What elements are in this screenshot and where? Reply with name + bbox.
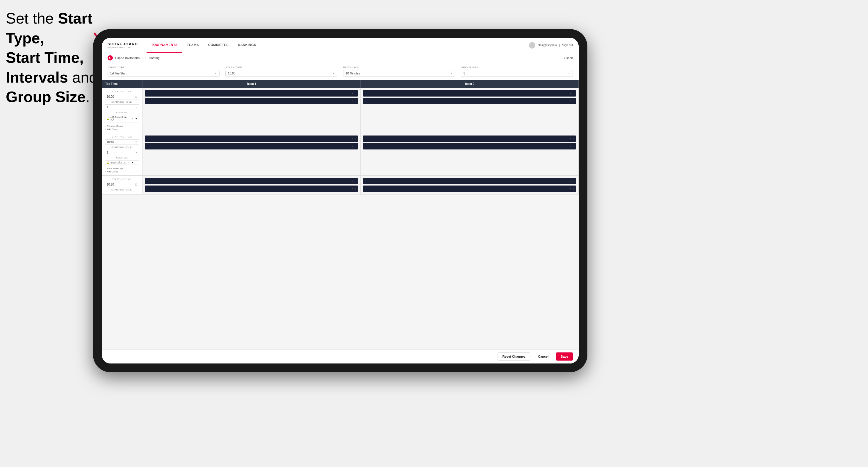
close-icon[interactable]: ✕ [351, 180, 353, 183]
edit-icon[interactable]: ○ [355, 137, 356, 140]
nav-tab-tournaments[interactable]: TOURNAMENTS [147, 38, 182, 53]
start-type-value: 1st Tee Start [110, 72, 126, 75]
group-1-hole-input[interactable]: 1 ▼ [105, 104, 139, 110]
breadcrumb-bar: C Clippd Invitational... › Hosting ‹ Bac… [102, 53, 579, 63]
intervals-value: 10 Minutes [346, 72, 360, 75]
group-2-course-tag: ⛳ East Lake GC ✕ ▼ [105, 160, 139, 165]
tournament-icon: C [107, 55, 113, 61]
intervals-select[interactable]: 10 Minutes ▼ [343, 70, 455, 77]
group-3-left: STARTING TIME: 10:20 🕙 STARTING HOLE: [102, 176, 143, 194]
back-button[interactable]: ‹ Back [564, 56, 573, 60]
close-icon[interactable]: ✕ [351, 100, 353, 102]
cancel-button[interactable]: Cancel [533, 352, 553, 361]
group-3-time-input[interactable]: 10:20 🕙 [105, 182, 139, 187]
remove-group-button[interactable]: ○ Remove Group [105, 125, 139, 127]
player-row: ✕ ○ [363, 178, 576, 184]
edit-icon[interactable]: ○ [355, 92, 356, 95]
breadcrumb-separator: › [145, 56, 147, 60]
user-email: blair@clippd.io [538, 43, 557, 47]
edit-icon[interactable]: ○ [573, 137, 574, 140]
close-icon[interactable]: ✕ [570, 137, 572, 140]
edit-icon[interactable]: ○ [355, 145, 356, 148]
group-1-team1: ✕ ○ ✕ ○ [143, 88, 361, 133]
header-team2: Team 2 [361, 80, 579, 88]
player-row: ✕ ○ [145, 186, 358, 192]
chevron-down-icon: ▼ [131, 161, 134, 164]
chevron-down-icon: ▼ [450, 72, 453, 75]
close-icon[interactable]: ✕ [570, 92, 572, 95]
nav-tab-rankings[interactable]: RANKINGS [233, 38, 261, 53]
start-time-value: 10:00 [228, 72, 235, 75]
start-type-label: Start Type [107, 66, 220, 69]
edit-icon[interactable]: ○ [573, 145, 574, 148]
circle-icon: ○ [105, 125, 106, 127]
group-2-team1: ✕ ○ ✕ ○ [143, 133, 361, 175]
footer: Reset Changes Cancel Save [102, 349, 579, 364]
nav-right: blair@clippd.io | Sign out [529, 42, 573, 49]
group-3-team2: ✕ ○ ✕ ○ [361, 176, 579, 194]
header-team1: Team 1 [143, 80, 361, 88]
intervals-field: Intervals 10 Minutes ▼ [343, 66, 455, 77]
save-button[interactable]: Save [556, 352, 573, 361]
group-2-actions: ○ Remove Group + Add Group [105, 167, 139, 173]
edit-icon[interactable]: ○ [573, 180, 574, 183]
intervals-label: Intervals [343, 66, 455, 69]
tablet-screen: SCOREBOARD Powered by clipp... TOURNAMEN… [102, 38, 579, 364]
group-2-left: STARTING TIME: 10:10 🕙 STARTING HOLE: 1 … [102, 133, 143, 175]
edit-icon[interactable]: ○ [573, 188, 574, 190]
start-type-field: Start Type 1st Tee Start ▼ [107, 66, 220, 77]
close-icon[interactable]: ✕ [351, 137, 353, 140]
group-1-course-tag: ⛳ (A) Peachtree GC ✕ ▼ [105, 115, 139, 122]
chevron-down-icon: ▼ [135, 117, 137, 120]
nav-tab-committee[interactable]: COMMITTEE [204, 38, 234, 53]
group-size-value: 3 [464, 72, 465, 75]
group-2-course-label: COURSE: [105, 156, 139, 159]
reset-changes-button[interactable]: Reset Changes [498, 352, 530, 361]
group-size-field: Group Size 3 ▼ [461, 66, 573, 77]
close-icon[interactable]: ✕ [570, 145, 572, 148]
breadcrumb-tournament[interactable]: Clippd Invitational... [115, 56, 143, 60]
remove-group-button[interactable]: ○ Remove Group [105, 167, 139, 170]
player-row: ✕ ○ [363, 186, 576, 192]
nav-bar: SCOREBOARD Powered by clipp... TOURNAMEN… [102, 38, 579, 53]
plus-icon: + [105, 170, 106, 173]
player-row: ✕ ○ [363, 135, 576, 142]
close-icon[interactable]: ✕ [351, 188, 353, 190]
breadcrumb-section: Hosting [149, 56, 160, 60]
group-2-hole-input[interactable]: 1 ▼ [105, 150, 139, 155]
table-body: STARTING TIME: 10:00 🕙 STARTING HOLE: 1 … [102, 88, 579, 349]
add-group-button[interactable]: + Add Group [105, 128, 139, 130]
edit-icon[interactable]: ○ [573, 100, 574, 102]
group-size-select[interactable]: 3 ▼ [461, 70, 573, 77]
instruction-text: Set the Start Type, Start Time, Interval… [6, 9, 99, 107]
app-logo: SCOREBOARD Powered by clipp... [107, 42, 138, 49]
remove-course-icon[interactable]: ✕ [128, 161, 130, 164]
add-group-button[interactable]: + Add Group [105, 170, 139, 173]
close-icon[interactable]: ✕ [351, 92, 353, 95]
clock-icon: 🕙 [135, 96, 137, 98]
edit-icon[interactable]: ○ [355, 100, 356, 102]
group-row-1: STARTING TIME: 10:00 🕙 STARTING HOLE: 1 … [102, 88, 579, 133]
group-2-time-input[interactable]: 10:10 🕙 [105, 139, 139, 145]
edit-icon[interactable]: ○ [355, 180, 356, 183]
group-1-course-label: COURSE: [105, 111, 139, 114]
remove-course-icon[interactable]: ✕ [132, 118, 134, 120]
edit-icon[interactable]: ○ [573, 92, 574, 95]
chevron-down-icon: ▼ [135, 106, 137, 108]
start-time-select[interactable]: 10:00 ▼ [225, 70, 337, 77]
group-3-time-label: STARTING TIME: [105, 178, 139, 181]
close-icon[interactable]: ✕ [570, 180, 572, 183]
close-icon[interactable]: ✕ [570, 100, 572, 102]
nav-tab-teams[interactable]: TEAMS [182, 38, 204, 53]
close-icon[interactable]: ✕ [351, 145, 353, 148]
nav-tabs: TOURNAMENTS TEAMS COMMITTEE RANKINGS [147, 38, 261, 53]
edit-icon[interactable]: ○ [355, 188, 356, 190]
start-type-select[interactable]: 1st Tee Start ▼ [107, 70, 220, 77]
tablet-device: SCOREBOARD Powered by clipp... TOURNAMEN… [93, 29, 587, 372]
group-2-team2: ✕ ○ ✕ ○ [361, 133, 579, 175]
group-1-time-input[interactable]: 10:00 🕙 [105, 94, 139, 99]
group-2-time-label: STARTING TIME: [105, 135, 139, 138]
close-icon[interactable]: ✕ [570, 188, 572, 190]
circle-icon: ○ [105, 167, 106, 170]
sign-out-link[interactable]: Sign out [562, 43, 573, 47]
